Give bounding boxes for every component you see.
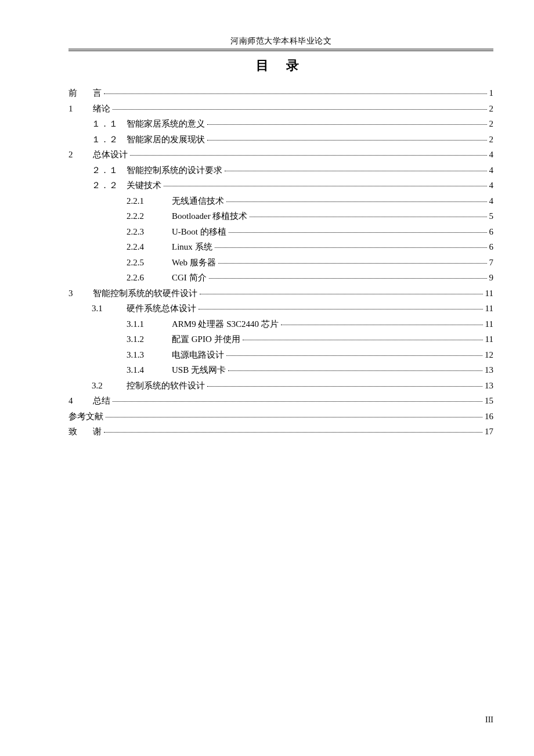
toc-leader-dots <box>250 217 486 217</box>
toc-entry: 3.1硬件系统总体设计11 <box>68 301 493 315</box>
toc-leader-dots <box>113 401 482 402</box>
toc-entry: 3.1.1ARM9 处理器 S3C2440 芯片11 <box>68 317 493 331</box>
toc-entry: 2总体设计4 <box>68 147 493 161</box>
toc-entry: 2.2.4Linux 系统6 <box>68 240 493 254</box>
header-rule <box>68 51 493 51</box>
toc-entry-number: 2.2.1 <box>127 194 169 208</box>
toc-entry-number: 2.2.4 <box>127 240 169 254</box>
toc-leader-dots <box>228 370 482 371</box>
toc-leader-dots <box>104 93 487 94</box>
toc-entry-number: １．１ <box>92 117 124 131</box>
toc-entry: 3智能控制系统的软硬件设计11 <box>68 286 493 300</box>
toc-leader-dots <box>113 109 487 110</box>
toc-entry-title: 谢 <box>91 424 102 438</box>
toc-entry-title: 智能家居的发展现状 <box>124 132 205 146</box>
toc-entry-number: 1 <box>68 102 91 116</box>
toc-entry-number: 2 <box>68 147 91 161</box>
toc-leader-dots <box>106 417 482 417</box>
toc-leader-dots <box>218 263 487 264</box>
toc-leader-dots <box>209 278 487 279</box>
toc-entry-title: Web 服务器 <box>169 255 216 269</box>
toc-entry-page: 7 <box>489 255 494 269</box>
toc-entry-page: 15 <box>485 394 493 408</box>
toc-leader-dots <box>164 186 487 186</box>
toc-leader-dots <box>215 247 487 248</box>
toc-leader-dots <box>199 309 483 309</box>
toc-list: 前言11绪论2１．１智能家居系统的意义2１．２智能家居的发展现状22总体设计4２… <box>68 86 493 438</box>
toc-leader-dots <box>229 232 487 233</box>
toc-entry-title: 控制系统的软件设计 <box>124 379 205 393</box>
toc-entry-number: １．２ <box>92 132 124 146</box>
toc-entry-page: 4 <box>489 163 494 177</box>
toc-entry: ２．２关键技术4 <box>68 178 493 192</box>
toc-leader-dots <box>226 201 487 202</box>
toc-entry: 3.1.3电源电路设计12 <box>68 348 493 362</box>
toc-entry-number: 3.1.2 <box>127 332 169 346</box>
toc-entry-title: 智能家居系统的意义 <box>124 117 205 131</box>
toc-entry-number: 致 <box>68 424 91 438</box>
toc-leader-dots <box>207 140 487 141</box>
toc-entry: 2.2.2Bootloader 移植技术5 <box>68 209 493 223</box>
page-header: 河南师范大学本科毕业论文 <box>68 36 493 49</box>
toc-entry-page: 2 <box>489 132 494 146</box>
toc-entry-number: 3.2 <box>92 379 124 393</box>
toc-title: 目 录 <box>68 57 493 74</box>
toc-leader-dots <box>104 432 482 433</box>
toc-entry-number: 3.1.1 <box>127 317 169 331</box>
toc-entry: 4总结15 <box>68 394 493 408</box>
toc-entry: 1绪论2 <box>68 102 493 116</box>
toc-entry-page: 4 <box>489 194 494 208</box>
toc-entry-title: Linux 系统 <box>169 240 212 254</box>
toc-entry: 致谢17 <box>68 424 493 438</box>
toc-entry-number: 3.1.4 <box>127 363 169 377</box>
toc-entry: ２．１智能控制系统的设计要求4 <box>68 163 493 177</box>
toc-entry: 2.2.1无线通信技术4 <box>68 194 493 208</box>
toc-entry-title: USB 无线网卡 <box>169 363 226 377</box>
toc-entry-page: 13 <box>485 379 493 393</box>
toc-entry-number: 2.2.3 <box>127 225 169 239</box>
toc-leader-dots <box>207 124 487 125</box>
toc-entry-number: ２．１ <box>92 163 124 177</box>
toc-entry-number: 3.1.3 <box>127 348 169 362</box>
toc-entry-page: 12 <box>485 348 493 362</box>
toc-entry-number: 4 <box>68 394 91 408</box>
toc-entry-page: 17 <box>485 424 493 438</box>
toc-entry-page: 11 <box>485 301 493 315</box>
toc-entry-title: 总体设计 <box>91 147 128 161</box>
toc-entry-title: 言 <box>91 86 102 100</box>
toc-entry: 2.2.5Web 服务器7 <box>68 255 493 269</box>
toc-entry-page: 4 <box>489 147 494 161</box>
toc-entry-page: 2 <box>489 117 494 131</box>
toc-entry-title: CGI 简介 <box>169 271 207 285</box>
toc-entry-page: 13 <box>485 363 493 377</box>
toc-leader-dots <box>281 325 483 325</box>
toc-entry-page: 2 <box>489 102 494 116</box>
toc-entry-page: 9 <box>489 271 494 285</box>
toc-entry-title: 智能控制系统的设计要求 <box>124 163 222 177</box>
toc-entry-title: 智能控制系统的软硬件设计 <box>91 286 197 300</box>
page-number: III <box>485 715 493 725</box>
toc-entry-page: 6 <box>489 225 494 239</box>
toc-leader-dots <box>225 171 487 171</box>
toc-entry-number: 2.2.2 <box>127 209 169 223</box>
toc-leader-dots <box>226 355 482 356</box>
toc-entry-title: 关键技术 <box>124 178 161 192</box>
toc-entry-number: 2.2.6 <box>127 271 169 285</box>
toc-entry-page: 5 <box>489 209 494 223</box>
toc-entry-number: 参考文献 <box>68 409 103 423</box>
toc-entry: 2.2.6CGI 简介9 <box>68 271 493 285</box>
toc-entry-title: 总结 <box>91 394 110 408</box>
toc-entry-title: 电源电路设计 <box>169 348 224 362</box>
toc-entry-page: 6 <box>489 240 494 254</box>
toc-entry-number: 2.2.5 <box>127 255 169 269</box>
toc-entry: 参考文献16 <box>68 409 493 423</box>
toc-leader-dots <box>207 386 482 387</box>
toc-entry-page: 11 <box>485 332 493 346</box>
toc-entry: 3.2控制系统的软件设计13 <box>68 379 493 393</box>
toc-entry-page: 4 <box>489 178 494 192</box>
toc-entry: 3.1.4USB 无线网卡13 <box>68 363 493 377</box>
toc-leader-dots <box>130 155 487 156</box>
toc-entry: 前言1 <box>68 86 493 100</box>
toc-entry-number: 3 <box>68 286 91 300</box>
toc-entry: １．２智能家居的发展现状2 <box>68 132 493 146</box>
